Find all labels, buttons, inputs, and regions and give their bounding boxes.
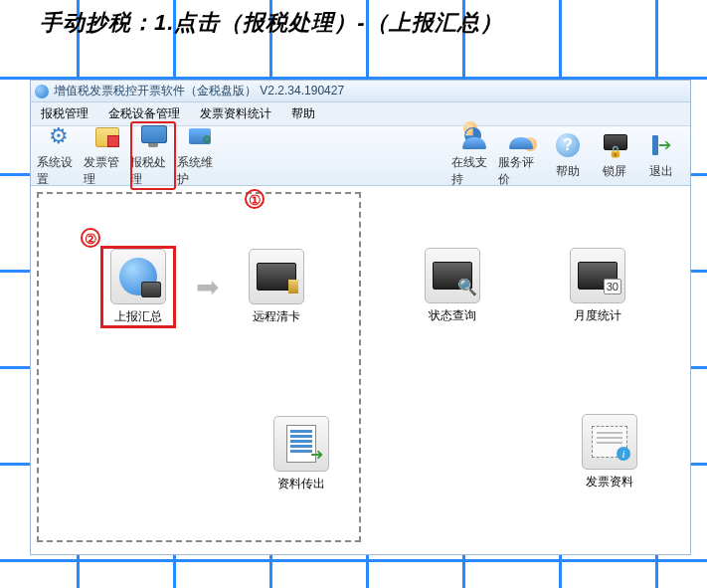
tb-online-support[interactable]: 在线支持	[451, 121, 497, 190]
invoice-icon	[91, 123, 121, 151]
tb-label: 发票管理	[84, 154, 129, 188]
folder-gear-icon	[185, 123, 215, 151]
tb-invoice-mgmt[interactable]: 发票管理	[84, 121, 129, 190]
btn-status-query[interactable]: 状态查询	[417, 248, 488, 324]
content-right-panel: 状态查询 月度统计 发票资料	[369, 186, 690, 554]
tb-label: 报税处理	[130, 154, 176, 188]
content-left-panel: ① ② 上报汇总 ➡ 远程清卡 资料传出	[31, 186, 369, 554]
lock-screen-icon	[600, 132, 629, 160]
exit-icon	[646, 132, 676, 160]
app-window: 增值税发票税控开票软件（金税盘版） V2.2.34.190427 报税管理 金税…	[30, 80, 691, 555]
tb-label: 系统维护	[177, 154, 223, 188]
tb-label: 在线支持	[451, 154, 497, 188]
menu-invoice-stats[interactable]: 发票资料统计	[190, 105, 281, 122]
window-title: 增值税发票税控开票软件（金税盘版） V2.2.34.190427	[54, 83, 344, 99]
tb-label: 帮助	[556, 163, 580, 180]
content-area: ① ② 上报汇总 ➡ 远程清卡 资料传出	[31, 186, 690, 554]
tb-lock[interactable]: 锁屏	[592, 121, 637, 190]
tb-service-rating[interactable]: 服务评价	[498, 121, 544, 190]
instruction-text: 手动抄税：1.点击（报税处理）-（上报汇总）	[40, 8, 503, 38]
annotation-step-2: ②	[81, 228, 100, 248]
calendar-30-icon	[578, 262, 618, 290]
tb-tax-process[interactable]: 报税处理	[130, 121, 176, 190]
tb-sys-settings[interactable]: 系统设置	[37, 121, 83, 190]
rating-person-icon	[506, 123, 536, 151]
btn-label: 月度统计	[574, 307, 621, 324]
support-person-icon	[459, 123, 489, 151]
app-icon	[35, 85, 49, 98]
menu-help[interactable]: 帮助	[281, 105, 325, 122]
monitor-icon	[138, 123, 168, 151]
help-icon	[553, 132, 583, 160]
globe-icon	[119, 258, 157, 295]
tb-label: 服务评价	[498, 154, 544, 188]
btn-label: 状态查询	[429, 307, 476, 324]
btn-invoice-data[interactable]: 发票资料	[574, 414, 645, 490]
magnifier-icon	[433, 262, 472, 290]
annotation-step-1: ①	[245, 189, 265, 209]
titlebar: 增值税发票税控开票软件（金税盘版） V2.2.34.190427	[31, 81, 690, 102]
tb-label: 退出	[649, 163, 673, 180]
menu-device-mgmt[interactable]: 金税设备管理	[98, 105, 190, 122]
btn-label: 发票资料	[586, 474, 633, 490]
btn-monthly-stats[interactable]: 月度统计	[562, 248, 633, 324]
tb-exit[interactable]: 退出	[638, 121, 684, 190]
tb-help[interactable]: 帮助	[545, 121, 591, 190]
menu-tax-mgmt[interactable]: 报税管理	[31, 105, 98, 122]
card-hourglass-icon	[257, 263, 296, 291]
receipt-info-icon	[592, 426, 627, 458]
tb-label: 锁屏	[603, 163, 626, 180]
document-export-icon	[286, 425, 316, 463]
toolbar: 系统设置 发票管理 报税处理 系统维护 在线支持 服务评价	[31, 126, 690, 186]
tb-label: 系统设置	[37, 154, 83, 188]
tb-sys-maint[interactable]: 系统维护	[177, 121, 223, 190]
gear-icon	[45, 123, 75, 151]
